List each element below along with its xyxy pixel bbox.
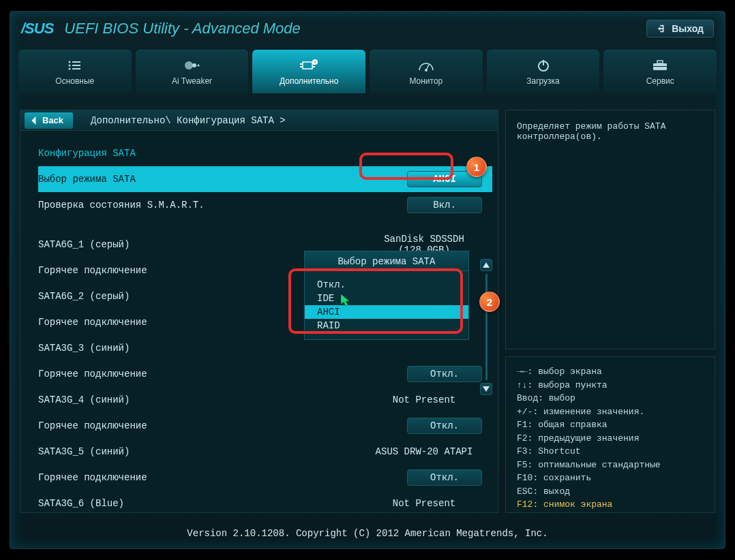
setting-value-button[interactable]: Откл. (407, 469, 482, 486)
tab-label: Дополнительно (280, 76, 338, 86)
spacer (38, 218, 492, 232)
setting-label: Выбор режима SATA (38, 174, 397, 185)
exit-label: Выход (672, 23, 704, 34)
exit-icon (657, 24, 666, 33)
setting-value: Not Present (356, 498, 492, 509)
titlebar-left: /SUS UEFI BIOS Utility - Advanced Mode (21, 20, 301, 37)
chevron-up-icon (483, 262, 490, 268)
setting-label: Горячее подключение (38, 420, 397, 431)
tab-label: Монитор (409, 76, 442, 86)
main-panel: Back Дополнительно\ Конфигурация SATA > … (20, 110, 498, 513)
tab-ai-tweaker[interactable]: Ai Tweaker (136, 50, 249, 93)
tweaker-icon (183, 57, 201, 74)
hotkey-line: F5: оптимальные стандартные (517, 458, 704, 472)
svg-point-6 (185, 61, 193, 69)
svg-rect-5 (72, 68, 80, 69)
setting-label: SATA3G_3 (синий) (38, 343, 492, 354)
scroll-track[interactable] (485, 274, 487, 380)
setting-value-button[interactable]: Откл. (407, 418, 482, 434)
side-panel: Определяет режим работы SATA контроллера… (505, 110, 715, 513)
svg-point-2 (68, 65, 70, 67)
dropdown-option-disabled[interactable]: Откл. (305, 278, 468, 292)
hotkey-line: +/-: изменение значения. (517, 405, 704, 419)
scroll-up-button[interactable] (480, 259, 492, 271)
dropdown-option-ide[interactable]: IDE (305, 292, 468, 305)
hotkey-line-highlight: F12: снимок экрана (517, 498, 704, 512)
svg-rect-10 (300, 63, 302, 65)
help-box: Определяет режим работы SATA контроллера… (505, 110, 715, 349)
setting-sata-mode[interactable]: Выбор режима SATA AHCI (38, 166, 492, 192)
setting-value-button[interactable]: Откл. (407, 366, 482, 382)
setting-hotplug-5[interactable]: Горячее подключение Откл. (38, 465, 492, 491)
setting-value-button[interactable]: Вкл. (407, 197, 482, 213)
chevron-left-icon (30, 116, 38, 125)
setting-value: ASUS DRW-20 ATAPI (356, 446, 492, 457)
svg-rect-21 (657, 61, 663, 63)
tab-label: Ai Tweaker (172, 76, 212, 86)
svg-point-4 (68, 68, 70, 70)
tab-label: Сервис (646, 76, 674, 86)
gauge-icon (418, 57, 434, 74)
dropdown-title: Выбор режима SATA (304, 251, 469, 271)
svg-rect-1 (72, 61, 80, 63)
chip-icon: i (300, 57, 318, 74)
setting-label: SATA3G_5 (синий) (38, 446, 356, 457)
svg-point-0 (68, 61, 70, 63)
tab-monitor[interactable]: Монитор (370, 50, 483, 93)
dropdown-option-ahci[interactable]: AHCI (305, 305, 468, 319)
setting-label: SATA3G_4 (синий) (38, 394, 356, 405)
svg-rect-3 (72, 65, 80, 66)
svg-rect-13 (313, 66, 315, 67)
tab-label: Основные (55, 76, 94, 86)
tab-main[interactable]: Основные (18, 50, 132, 93)
setting-value: Not Present (356, 394, 492, 405)
breadcrumb-path: Дополнительно\ Конфигурация SATA > (91, 115, 286, 126)
app-title: UEFI BIOS Utility - Advanced Mode (64, 20, 300, 37)
tab-boot[interactable]: Загрузка (487, 50, 600, 93)
chevron-down-icon (483, 386, 490, 392)
main-scrollbar (480, 259, 492, 395)
back-button[interactable]: Back (25, 112, 73, 129)
setting-hotplug-3[interactable]: Горячее подключение Откл. (38, 361, 492, 387)
help-text: Определяет режим работы SATA контроллера… (517, 121, 665, 142)
tab-advanced[interactable]: i Дополнительно (252, 50, 365, 93)
hotkey-line: ESC: выход (517, 485, 704, 499)
hotkey-line: →←: выбор экрана (517, 365, 704, 379)
list-icon (68, 57, 82, 74)
hotkey-line: F1: общая справка (517, 418, 704, 432)
svg-point-8 (197, 65, 199, 67)
breadcrumb-bar: Back Дополнительно\ Конфигурация SATA > (20, 110, 498, 131)
hotkey-line: F3: Shortcut (517, 445, 704, 458)
dropdown-body: Откл. IDE AHCI RAID (304, 271, 469, 340)
heading-label: Конфигурация SATA (38, 148, 492, 159)
sata-mode-dropdown: Выбор режима SATA Откл. IDE AHCI RAID (304, 251, 469, 340)
dropdown-option-raid[interactable]: RAID (305, 319, 468, 332)
setting-label: SATA6G_1 (серый) (38, 239, 356, 250)
setting-label: SATA3G_6 (Blue) (38, 498, 356, 509)
svg-point-17 (425, 69, 427, 72)
section-heading: Конфигурация SATA (38, 140, 492, 166)
toolbox-icon (652, 57, 668, 74)
power-icon (537, 57, 550, 74)
setting-port-5: SATA3G_5 (синий) ASUS DRW-20 ATAPI (38, 439, 492, 465)
tab-tool[interactable]: Сервис (603, 50, 717, 93)
hotkey-line: F2: предыдущие значения (517, 432, 704, 446)
setting-port-4: SATA3G_4 (синий) Not Present (38, 387, 492, 413)
setting-label: Проверка состояния S.M.A.R.T. (38, 200, 397, 211)
annotation-badge-2: 2 (479, 292, 500, 312)
setting-smart[interactable]: Проверка состояния S.M.A.R.T. Вкл. (38, 192, 492, 218)
footer-text: Version 2.10.1208. Copyright (C) 2012 Am… (10, 528, 725, 539)
hotkey-line: F10: сохранить (517, 471, 704, 485)
svg-point-7 (192, 63, 196, 67)
setting-label: Горячее подключение (38, 369, 397, 379)
asus-logo: /SUS (21, 20, 53, 37)
content-area: Back Дополнительно\ Конфигурация SATA > … (20, 110, 715, 513)
hotkey-line: Ввод: выбор (517, 392, 704, 405)
svg-rect-22 (653, 66, 667, 67)
exit-button[interactable]: Выход (646, 20, 714, 37)
setting-label: Горячее подключение (38, 472, 397, 483)
scroll-down-button[interactable] (480, 383, 492, 395)
hotkeys-box: →←: выбор экрана ↑↓: выбора пункта Ввод:… (505, 356, 715, 513)
setting-hotplug-4[interactable]: Горячее подключение Откл. (38, 413, 492, 439)
hotkey-line: ↑↓: выбора пункта (517, 379, 704, 392)
